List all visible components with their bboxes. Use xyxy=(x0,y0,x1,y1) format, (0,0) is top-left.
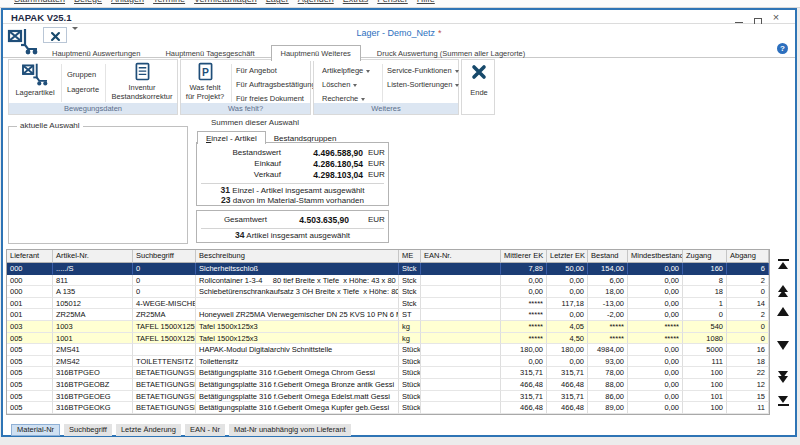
bestandswert-label: Bestandswert xyxy=(197,148,281,157)
page-up-button[interactable] xyxy=(774,285,792,297)
sort-button-suchbegriff[interactable]: Suchbegriff xyxy=(64,424,112,436)
titlebar: HAPAK V25.1 × xyxy=(3,10,795,24)
scroll-up-button[interactable] xyxy=(774,307,792,316)
scroll-to-top-button[interactable] xyxy=(774,258,792,269)
column-header-ean-nr[interactable]: EAN-Nr. xyxy=(421,250,501,263)
cell-me: Stück xyxy=(399,379,421,391)
bestandswert-value: 4.496.588,90 xyxy=(283,148,363,158)
sort-button-ean-nr[interactable]: EAN - Nr xyxy=(185,424,225,436)
cell-lieferant: 003 xyxy=(7,321,53,333)
ende-group: Ende xyxy=(461,59,495,115)
table-row[interactable]: 0008110Rollcontainer 1-3-4 80 tief Breit… xyxy=(7,275,769,287)
column-header-letzter-ek[interactable]: Letzter EK xyxy=(547,250,588,263)
table-row[interactable]: 000A 1350Schiebetürenschrankaufsatz 3 OH… xyxy=(7,286,769,298)
artikelpflege-dropdown[interactable]: Artikelpflege xyxy=(322,66,370,75)
sort-button-letzte-nderung[interactable]: Letzte Änderung xyxy=(116,424,181,436)
menu-item-hilfe[interactable]: Hilfe xyxy=(417,0,435,7)
svg-text:P: P xyxy=(202,67,209,78)
table-row[interactable]: 005316BTPGEOEGBETAETIGUNGSPBetätigungspl… xyxy=(7,391,769,403)
table-row[interactable]: 0052MS41HAPAK-Modul Digitalarchiv Schnit… xyxy=(7,344,769,356)
lagerorte-button[interactable]: Lagerorte xyxy=(67,85,99,94)
summen-tab-einzel-artikel[interactable]: Einzel - Artikel xyxy=(197,131,266,144)
scroll-down-button[interactable] xyxy=(774,341,792,350)
table-row[interactable]: 0051001TAFEL 1500X125XTafel 1500x125x3kg… xyxy=(7,333,769,345)
cell-mittlerer-ek: ***** xyxy=(501,298,547,310)
menu-item-anlagen[interactable]: Anlagen xyxy=(111,0,144,7)
table-row[interactable]: 000...../S0SicherheitsschloßStck7,8950,0… xyxy=(7,263,769,275)
gesamtwert-value: 4.503.635,90 xyxy=(269,215,349,225)
listen-sortierungen-dropdown[interactable]: Listen-Sortierungen xyxy=(387,80,459,89)
table-row[interactable]: 001ZR25MAZR25MAHoneywell ZR25MA Vierwege… xyxy=(7,309,769,321)
column-header-me[interactable]: ME xyxy=(399,250,421,263)
column-header-mittlerer-ek[interactable]: Mittlerer EK xyxy=(501,250,547,263)
column-header-artikel-nr[interactable]: Artikel-Nr. xyxy=(53,250,133,263)
close-icon[interactable]: × xyxy=(769,11,783,23)
help-icon[interactable]: ? xyxy=(777,43,788,54)
cell-artikel-nr: ZR25MA xyxy=(53,309,133,321)
cell-beschreibung: Betätigungsplatte 316 f.Geberit Omega Ch… xyxy=(196,367,399,379)
cell-letzter-ek: 0,00 xyxy=(547,356,588,368)
cell-artikel-nr: 105012 xyxy=(53,298,133,310)
fuer-freies-dokument-item[interactable]: Für freies Dokument xyxy=(236,94,304,103)
menu-item-stammdaten[interactable]: Stammdaten xyxy=(14,0,65,7)
minimize-icon[interactable] xyxy=(732,11,746,23)
cell-zugang: 100 xyxy=(683,367,727,379)
gruppen-button[interactable]: Gruppen xyxy=(67,70,96,79)
cell-suchbegriff: 4-WEGE-MISCHER xyxy=(133,298,196,310)
fuer-auftragsbestaetigung-item[interactable]: Für Auftragsbestätigung xyxy=(236,80,316,89)
cell-suchbegriff: BETAETIGUNGSP xyxy=(133,379,196,391)
column-header-beschreibung[interactable]: Beschreibung xyxy=(196,250,399,263)
column-header-mindestbestand[interactable]: Mindestbestand xyxy=(628,250,683,263)
maximize-icon[interactable] xyxy=(751,11,765,23)
sort-button-mat-nr-unabh-ngig-vom-lieferant[interactable]: Mat-Nr unabhängig vom Lieferant xyxy=(229,424,351,436)
cell-bestand: 4984,00 xyxy=(588,344,628,356)
cell-beschreibung xyxy=(196,298,399,310)
scroll-to-bottom-button[interactable] xyxy=(774,396,792,407)
loeschen-dropdown[interactable]: Löschen xyxy=(322,80,357,89)
cell-letzter-ek: 0,00 xyxy=(547,275,588,287)
cell-lieferant: 005 xyxy=(7,379,53,391)
table-row[interactable]: 005316BTPGEOKGBETAETIGUNGSPBetätigungspl… xyxy=(7,402,769,414)
menu-item-belege[interactable]: Belege xyxy=(74,0,102,7)
table-row[interactable]: 005316BTPGEOBZBETAETIGUNGSPBetätigungspl… xyxy=(7,379,769,391)
table-row[interactable]: 0052MS42TOILETTENSITZToilettensitzStück0… xyxy=(7,356,769,368)
menu-item-fenster[interactable]: Fenster xyxy=(377,0,408,7)
column-header-suchbegriff[interactable]: Suchbegriff xyxy=(133,250,196,263)
cell-lieferant: 000 xyxy=(7,263,53,275)
cell-mindestbestand: 0,00 xyxy=(628,298,683,310)
cell-beschreibung: Tafel 1500x125x3 xyxy=(196,333,399,345)
was-fehlt-fuer-projekt-button[interactable]: P Was fehlt für Projekt? xyxy=(183,62,227,101)
tab-hauptmen-weiteres[interactable]: Hauptmenü Weiteres xyxy=(271,45,361,61)
cell-mittlerer-ek: 0,00 xyxy=(501,275,547,287)
column-header-lieferant[interactable]: Lieferant xyxy=(7,250,53,263)
cell-bestand: 154,00 xyxy=(588,263,628,275)
cell-ean-nr xyxy=(421,391,501,403)
cell-suchbegriff: ZR25MA xyxy=(133,309,196,321)
chevron-down-icon xyxy=(455,70,459,73)
ende-button[interactable]: Ende xyxy=(462,64,496,97)
menu-item-termine[interactable]: Termine xyxy=(153,0,185,7)
service-funktionen-dropdown[interactable]: Service-Funktionen xyxy=(387,66,459,75)
cell-ean-nr xyxy=(421,275,501,287)
menu-item-extras[interactable]: Extras xyxy=(343,0,369,7)
column-header-bestand[interactable]: Bestand xyxy=(588,250,628,263)
lagerartikel-button[interactable]: Lagerartikel xyxy=(11,62,59,97)
cell-bestand: -13,00 xyxy=(588,298,628,310)
cell-mindestbestand: 0,00 xyxy=(628,391,683,403)
column-header-abgang[interactable]: Abgang xyxy=(727,250,769,263)
table-row[interactable]: 0031003TAFEL 1500X125XTafel 1500x125x3kg… xyxy=(7,321,769,333)
sort-button-material-nr[interactable]: Material-Nr xyxy=(11,424,60,436)
recherche-dropdown[interactable]: Recherche xyxy=(322,94,365,103)
table-row[interactable]: 005316BTPGEOBETAETIGUNGSPBetätigungsplat… xyxy=(7,367,769,379)
menu-item-lager[interactable]: Lager xyxy=(266,0,289,7)
menu-item-vermietanlagen[interactable]: Vermietanlagen xyxy=(194,0,257,7)
column-header-zugang[interactable]: Zugang xyxy=(683,250,727,263)
cell-mittlerer-ek: 466,48 xyxy=(501,379,547,391)
fuer-angebot-item[interactable]: Für Angebot xyxy=(236,66,277,75)
cell-lieferant: 001 xyxy=(7,309,53,321)
menu-item-agenden[interactable]: Agenden xyxy=(298,0,334,7)
inventur-bestandskorrektur-button[interactable]: Inventur Bestandskorrektur xyxy=(107,62,177,101)
table-row[interactable]: 0011050124-WEGE-MISCHERStck*****117,18-1… xyxy=(7,298,769,310)
page-down-button[interactable] xyxy=(774,371,792,383)
cell-letzter-ek: 315,71 xyxy=(547,367,588,379)
